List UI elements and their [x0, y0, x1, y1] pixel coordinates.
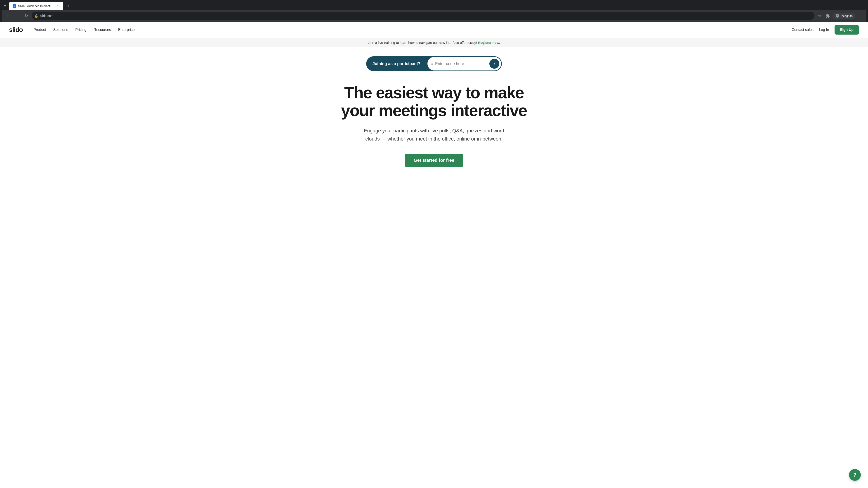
main-nav: slido Product Solutions Pricing Resource…: [0, 22, 868, 38]
active-tab[interactable]: S Slido - Audience Interaction M... ×: [9, 2, 63, 10]
website-content: slido Product Solutions Pricing Resource…: [0, 22, 868, 488]
forward-button[interactable]: →: [13, 12, 21, 20]
hero-section: Joining as a participant? # The easiest …: [0, 47, 868, 181]
incognito-indicator: Incognito: [833, 13, 855, 19]
tab-title: Slido - Audience Interaction M...: [18, 4, 54, 8]
join-label: Joining as a participant?: [366, 58, 427, 70]
hash-symbol: #: [431, 61, 433, 66]
nav-solutions[interactable]: Solutions: [53, 28, 68, 32]
banner-text: Join a live training to learn how to nav…: [368, 41, 477, 44]
get-started-button[interactable]: Get started for free: [405, 154, 463, 167]
nav-pricing[interactable]: Pricing: [75, 28, 86, 32]
nav-product[interactable]: Product: [33, 28, 46, 32]
nav-links: Product Solutions Pricing Resources Ente…: [33, 28, 792, 32]
banner-register-link[interactable]: Register now.: [478, 41, 500, 44]
login-link[interactable]: Log In: [819, 28, 829, 32]
nav-resources[interactable]: Resources: [94, 28, 111, 32]
signup-button[interactable]: Sign Up: [835, 25, 859, 35]
tab-bar: ▼ S Slido - Audience Interaction M... × …: [2, 2, 866, 10]
tab-close-button[interactable]: ×: [56, 4, 60, 8]
back-button[interactable]: ←: [4, 12, 12, 20]
toolbar-right: ☆ Incognito ⋮: [816, 12, 864, 20]
browser-chrome: ▼ S Slido - Audience Interaction M... × …: [0, 0, 868, 22]
help-button[interactable]: ?: [849, 469, 861, 481]
contact-sales-link[interactable]: Contact sales: [792, 28, 813, 32]
nav-right-actions: Contact sales Log In Sign Up: [792, 25, 859, 35]
menu-button[interactable]: ⋮: [856, 12, 864, 20]
reload-button[interactable]: ↻: [23, 12, 30, 20]
announcement-banner: Join a live training to learn how to nav…: [0, 38, 868, 47]
site-logo[interactable]: slido: [9, 26, 23, 33]
join-input-area[interactable]: #: [427, 56, 502, 71]
code-input[interactable]: [435, 61, 488, 66]
join-submit-button[interactable]: [489, 59, 499, 69]
address-bar[interactable]: 🔒 slido.com: [32, 12, 814, 20]
participant-join-bar: Joining as a participant? #: [366, 56, 502, 71]
security-icon: 🔒: [34, 14, 38, 18]
extensions-button[interactable]: [825, 12, 832, 20]
browser-toolbar: ← → ↻ 🔒 slido.com ☆ Incognito ⋮: [2, 10, 866, 22]
nav-enterprise[interactable]: Enterprise: [118, 28, 135, 32]
tab-switcher[interactable]: ▼: [2, 3, 8, 9]
hero-subtitle: Engage your participants with live polls…: [361, 127, 507, 142]
url-text: slido.com: [40, 14, 53, 18]
hero-title: The easiest way to make your meetings in…: [341, 84, 527, 120]
tab-favicon: S: [13, 4, 16, 8]
new-tab-button[interactable]: +: [65, 3, 71, 9]
incognito-label: Incognito: [841, 14, 852, 18]
bookmark-button[interactable]: ☆: [816, 12, 824, 20]
